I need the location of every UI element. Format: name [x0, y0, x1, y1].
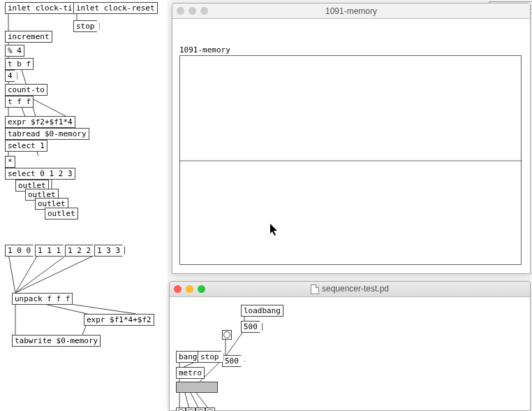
memory-window[interactable]: 1091-memory 1091-memory: [172, 3, 531, 274]
bang-button[interactable]: [222, 330, 232, 340]
msg-1-0-0[interactable]: 1 0 0: [5, 245, 36, 257]
out-bang-3[interactable]: [195, 408, 205, 411]
sequencer-window[interactable]: sequencer-test.pd loadbang 500 500 bang …: [169, 281, 531, 411]
memory-window-body[interactable]: 1091-memory: [172, 19, 530, 273]
svg-line-36: [185, 393, 189, 409]
file-icon: [311, 284, 319, 294]
unpack[interactable]: unpack f f f: [12, 293, 73, 305]
tabwrite[interactable]: tabwrite $0-memory: [12, 335, 101, 347]
svg-line-22: [15, 254, 98, 293]
array-display[interactable]: [179, 55, 522, 265]
out-bang-1[interactable]: [176, 408, 186, 411]
mod-4[interactable]: % 4: [5, 45, 24, 57]
out-bang-4[interactable]: [205, 408, 215, 411]
sequencer-window-title-text: sequencer-test.pd: [322, 284, 389, 294]
memory-window-title: 1091-memory: [172, 6, 530, 16]
sequencer-window-title: sequencer-test.pd: [170, 284, 530, 294]
count-to[interactable]: count-to: [5, 84, 47, 96]
trigger-b-f[interactable]: t b f: [5, 58, 34, 70]
select-1[interactable]: select 1: [5, 140, 47, 152]
msg-500a[interactable]: 500: [241, 321, 263, 333]
sequencer-window-titlebar[interactable]: sequencer-test.pd: [170, 282, 530, 297]
num-500b[interactable]: 500: [222, 355, 245, 367]
svg-line-20: [15, 254, 38, 293]
four-message[interactable]: 4: [5, 70, 17, 82]
array-plot: [180, 56, 522, 266]
svg-line-38: [196, 393, 209, 409]
svg-line-19: [8, 254, 15, 293]
svg-line-37: [191, 393, 199, 409]
expr-write[interactable]: expr $f1*4+$f2: [84, 314, 154, 326]
inlet-clock-reset[interactable]: inlet clock-reset: [73, 2, 158, 14]
tabread[interactable]: tabread $0-memory: [5, 128, 89, 140]
expr-read[interactable]: expr $f2+$f1*4: [5, 116, 75, 128]
metro[interactable]: metro: [176, 367, 205, 379]
stop-message-2[interactable]: stop: [198, 351, 224, 363]
svg-line-21: [15, 254, 68, 293]
radio-cell[interactable]: [177, 382, 217, 392]
memory-window-titlebar[interactable]: 1091-memory: [172, 3, 530, 19]
sequencer-wires: [170, 297, 531, 410]
out-bang-2[interactable]: [186, 408, 195, 411]
outlet-4[interactable]: outlet: [45, 208, 78, 219]
patch-canvas[interactable]: inlet clock-tick inlet clock-reset stop …: [0, 0, 168, 411]
msg-1-2-2[interactable]: 1 2 2: [65, 245, 96, 257]
increment-object[interactable]: increment: [5, 31, 52, 43]
loadbang[interactable]: loadbang: [241, 305, 283, 317]
inlet-clock-tick[interactable]: inlet clock-tick: [5, 2, 84, 14]
stop-message[interactable]: stop: [73, 20, 100, 32]
sequencer-window-body[interactable]: loadbang 500 500 bang stop metro: [170, 297, 530, 410]
trigger-f-f[interactable]: t f f: [5, 96, 34, 108]
msg-1-3-3[interactable]: 1 3 3: [94, 245, 125, 257]
msg-1-1-1[interactable]: 1 1 1: [35, 245, 66, 257]
multiply[interactable]: *: [5, 156, 15, 168]
select-0-1-2-3[interactable]: select 0 1 2 3: [5, 168, 75, 180]
sequencer-subpatch[interactable]: [176, 382, 218, 393]
array-label: 1091-memory: [179, 45, 230, 55]
